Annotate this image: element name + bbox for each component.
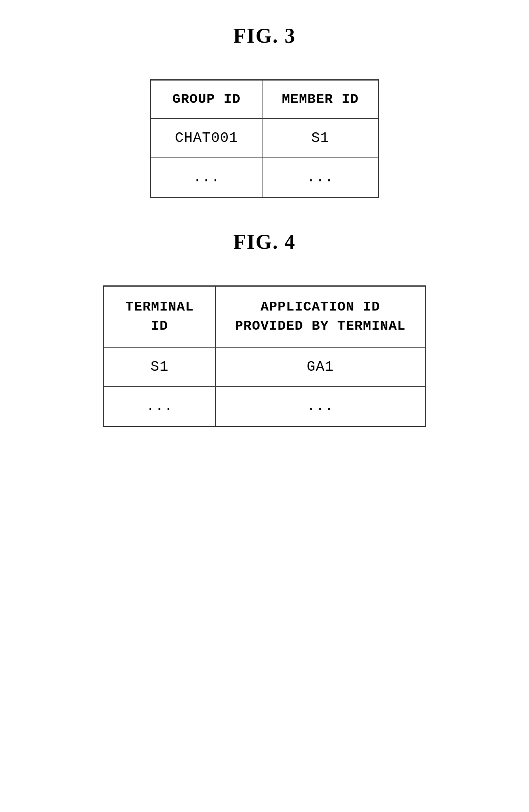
member-id-ellipsis: ... [262, 158, 378, 198]
table-row: CHAT001 S1 [150, 118, 378, 158]
table-row: ... ... [150, 158, 378, 198]
figure-3-title: FIG. 3 [233, 24, 296, 47]
member-id-header: MEMBER ID [262, 80, 378, 119]
group-id-header: GROUP ID [150, 80, 262, 119]
terminal-id-header: TERMINALID [104, 286, 215, 348]
figure-3-section: FIG. 3 GROUP ID MEMBER ID CHAT001 S1 ...… [32, 24, 497, 198]
table-header-row: GROUP ID MEMBER ID [150, 80, 378, 119]
terminal-id-value-1: S1 [104, 347, 215, 387]
application-id-ellipsis: ... [215, 387, 426, 427]
group-id-value-1: CHAT001 [150, 118, 262, 158]
terminal-id-ellipsis: ... [104, 387, 215, 427]
figure-4-table: TERMINALID APPLICATION IDPROVIDED BY TER… [103, 285, 426, 427]
application-id-value-1: GA1 [215, 347, 426, 387]
figure-4-title: FIG. 4 [233, 230, 296, 254]
figure-4-section: FIG. 4 TERMINALID APPLICATION IDPROVIDED… [32, 230, 497, 427]
application-id-header: APPLICATION IDPROVIDED BY TERMINAL [215, 286, 426, 348]
figure-3-table: GROUP ID MEMBER ID CHAT001 S1 ... ... [150, 79, 379, 198]
group-id-ellipsis: ... [150, 158, 262, 198]
table-row: ... ... [104, 387, 426, 427]
table-header-row: TERMINALID APPLICATION IDPROVIDED BY TER… [104, 286, 426, 348]
member-id-value-1: S1 [262, 118, 378, 158]
table-row: S1 GA1 [104, 347, 426, 387]
